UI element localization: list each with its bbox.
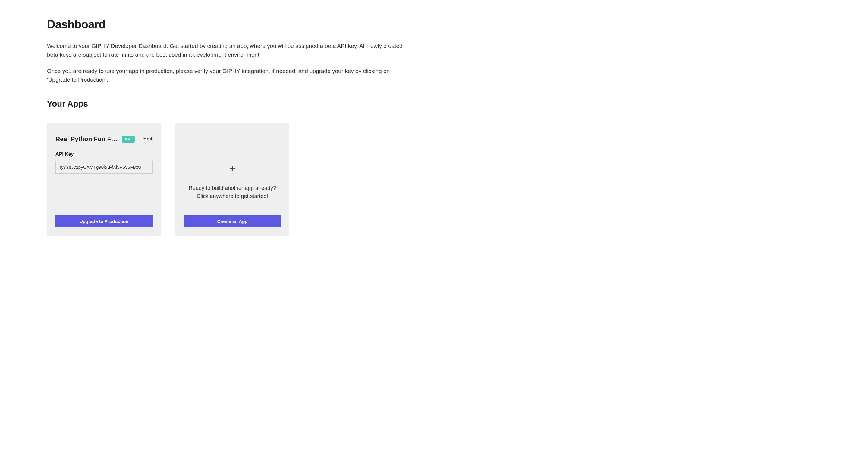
- edit-link[interactable]: Edit: [144, 136, 153, 142]
- new-app-prompt: Ready to build another app already? Clic…: [189, 184, 276, 200]
- upgrade-to-production-button[interactable]: Upgrade to Production: [56, 215, 153, 227]
- new-app-prompt-line-2: Click anywhere to get started!: [189, 192, 276, 200]
- api-key-field[interactable]: [56, 161, 153, 174]
- intro-paragraph-2: Once you are ready to use your app in pr…: [47, 67, 409, 84]
- new-app-card[interactable]: Ready to build another app already? Clic…: [176, 123, 289, 236]
- app-name: Real Python Fun Fun F…: [56, 135, 119, 143]
- intro-paragraph-1: Welcome to your GIPHY Developer Dashboar…: [47, 42, 409, 59]
- page-title: Dashboard: [47, 18, 821, 31]
- api-key-label: API Key: [56, 152, 153, 157]
- apps-container: Real Python Fun Fun F… API Edit API Key …: [47, 123, 821, 236]
- create-an-app-button[interactable]: Create an App: [184, 215, 281, 227]
- plus-icon-wrapper: [229, 164, 236, 175]
- app-card: Real Python Fun Fun F… API Edit API Key …: [47, 123, 161, 236]
- your-apps-heading: Your Apps: [47, 99, 821, 109]
- app-card-header: Real Python Fun Fun F… API Edit: [56, 135, 153, 143]
- api-badge: API: [122, 135, 135, 143]
- new-app-prompt-line-1: Ready to build another app already?: [189, 184, 276, 192]
- plus-icon: [229, 164, 236, 174]
